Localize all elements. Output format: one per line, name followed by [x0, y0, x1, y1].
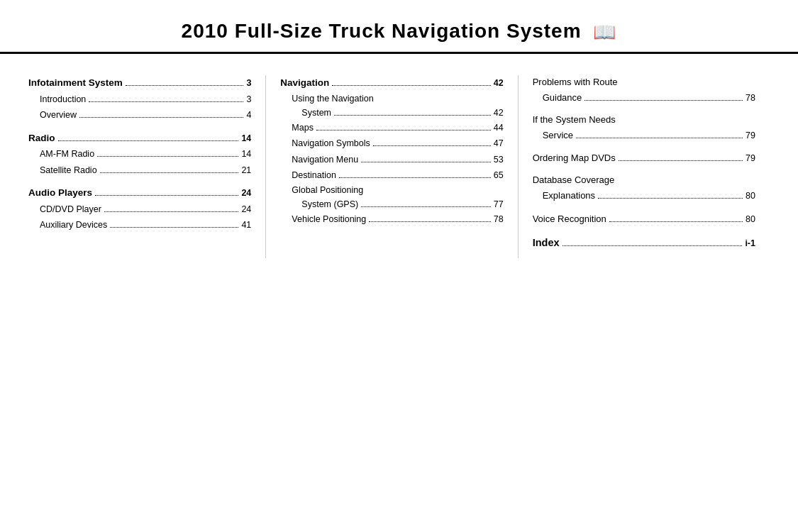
section-infotainment: Infotainment System 3 Introduction 3 Ove… [28, 75, 251, 123]
toc-entry-navigation: Navigation 42 [280, 75, 503, 92]
section-index: Index i-1 [533, 234, 755, 252]
toc-entry-nav-symbols: Navigation Symbols 47 [280, 136, 503, 151]
voice-dots [609, 221, 743, 222]
satellite-dots [100, 172, 239, 173]
toc-entry-gps-line1: Global Positioning [292, 184, 503, 197]
map-dvds-dots [619, 160, 743, 161]
cddvd-label: CD/DVD Player [40, 202, 101, 217]
page-title: 2010 Full-Size Truck Navigation System 📖 [182, 20, 617, 42]
toc-entry-amfm: AM-FM Radio 14 [28, 147, 251, 162]
nav-menu-page: 53 [494, 153, 504, 167]
toc-entry-auxiliary: Auxiliary Devices 41 [28, 218, 251, 233]
toc-entry-system: System 42 [292, 106, 503, 121]
maps-dots [316, 130, 491, 131]
toc-entry-audio: Audio Players 24 [28, 185, 251, 201]
maps-page: 44 [494, 121, 504, 135]
infotainment-dots [126, 85, 244, 86]
toc-entry-voice: Voice Recognition 80 [533, 211, 755, 227]
column-1: Infotainment System 3 Introduction 3 Ove… [28, 75, 266, 258]
introduction-page: 3 [246, 92, 251, 107]
toc-entry-satellite: Satellite Radio 21 [28, 163, 251, 178]
overview-label: Overview [40, 108, 77, 123]
section-problems: Problems with Route Guidance 78 [533, 75, 755, 106]
audio-page: 24 [241, 186, 251, 201]
system-page: 42 [494, 106, 504, 121]
using-nav-group: Using the Navigation System 42 [280, 92, 503, 121]
page-header: 2010 Full-Size Truck Navigation System 📖 [0, 0, 798, 54]
maps-label: Maps [292, 121, 314, 135]
vehicle-pos-label: Vehicle Positioning [292, 212, 366, 227]
section-service: If the System Needs Service 79 [533, 113, 755, 143]
toc-entry-gps-line2: System (GPS) 77 [292, 197, 503, 212]
amfm-label: AM-FM Radio [40, 147, 94, 162]
nav-menu-dots [361, 162, 491, 162]
explanations-label: Explanations [543, 188, 595, 204]
navigation-dots [332, 85, 490, 86]
service-label: Service [543, 128, 573, 143]
section-database: Database Coverage Explanations 80 [533, 173, 755, 204]
radio-label: Radio [28, 131, 55, 147]
navigation-label: Navigation [280, 75, 329, 92]
toc-entry-map-dvds: Ordering Map DVDs 79 [533, 150, 755, 166]
infotainment-label: Infotainment System [28, 75, 123, 92]
toc-entry-vehicle-pos: Vehicle Positioning 78 [280, 212, 503, 227]
index-page: i-1 [745, 236, 755, 251]
toc-entry-database-line2: Explanations 80 [533, 188, 755, 204]
toc-entry-overview: Overview 4 [28, 108, 251, 123]
using-nav-label: Using the Navigation [292, 92, 373, 106]
section-voice: Voice Recognition 80 [533, 211, 755, 227]
audio-label: Audio Players [28, 185, 92, 201]
introduction-dots [89, 101, 243, 102]
voice-label: Voice Recognition [533, 211, 606, 227]
toc-entry-introduction: Introduction 3 [28, 92, 251, 107]
amfm-page: 14 [241, 147, 251, 162]
cddvd-dots [104, 211, 239, 212]
radio-dots [58, 140, 239, 141]
system-needs-line1-label: If the System Needs [533, 113, 616, 128]
explanations-dots [598, 198, 743, 199]
toc-entry-system-needs-line1: If the System Needs [533, 113, 755, 128]
database-line1-label: Database Coverage [533, 173, 615, 188]
guidance-page: 78 [746, 91, 755, 106]
gps-dots [361, 206, 491, 207]
auxiliary-page: 41 [241, 218, 251, 233]
toc-entry-problems-line1: Problems with Route [533, 75, 755, 90]
nav-menu-label: Navigation Menu [292, 153, 358, 167]
overview-dots [79, 117, 243, 118]
satellite-page: 21 [241, 163, 251, 178]
toc-entry-system-needs-line2: Service 79 [533, 128, 755, 143]
problems-line1-label: Problems with Route [533, 75, 618, 90]
vehicle-pos-dots [369, 221, 490, 222]
overview-page: 4 [246, 108, 251, 123]
voice-page: 80 [746, 212, 755, 227]
audio-dots [95, 195, 238, 196]
auxiliary-label: Auxiliary Devices [40, 218, 107, 233]
service-page: 79 [746, 128, 755, 143]
map-dvds-page: 79 [746, 151, 755, 166]
gps-group: Global Positioning System (GPS) 77 [280, 184, 503, 212]
introduction-label: Introduction [40, 92, 86, 107]
infotainment-page: 3 [246, 76, 251, 91]
column-3: Problems with Route Guidance 78 If the S… [519, 75, 770, 258]
toc-entry-maps: Maps 44 [280, 121, 503, 135]
map-dvds-label: Ordering Map DVDs [533, 150, 616, 166]
destination-label: Destination [292, 168, 336, 183]
index-label: Index [533, 234, 560, 252]
toc-entry-problems-line2: Guidance 78 [533, 90, 755, 106]
section-map-dvds: Ordering Map DVDs 79 [533, 150, 755, 166]
column-2: Navigation 42 Using the Navigation Syste… [266, 75, 518, 258]
radio-page: 14 [241, 131, 251, 146]
cddvd-page: 24 [241, 202, 251, 217]
navigation-page: 42 [494, 76, 504, 91]
destination-dots [339, 177, 491, 178]
nav-symbols-dots [373, 145, 491, 146]
gps-line1-label: Global Positioning [292, 184, 363, 197]
guidance-dots [584, 100, 743, 101]
toc-content: Infotainment System 3 Introduction 3 Ove… [0, 54, 798, 272]
title-text: 2010 Full-Size Truck Navigation System [182, 20, 582, 42]
section-radio: Radio 14 AM-FM Radio 14 Satellite Radio … [28, 131, 251, 178]
index-dots [563, 245, 743, 246]
system-dots [334, 115, 491, 116]
section-audio: Audio Players 24 CD/DVD Player 24 Auxili… [28, 185, 251, 233]
toc-entry-nav-menu: Navigation Menu 53 [280, 153, 503, 167]
